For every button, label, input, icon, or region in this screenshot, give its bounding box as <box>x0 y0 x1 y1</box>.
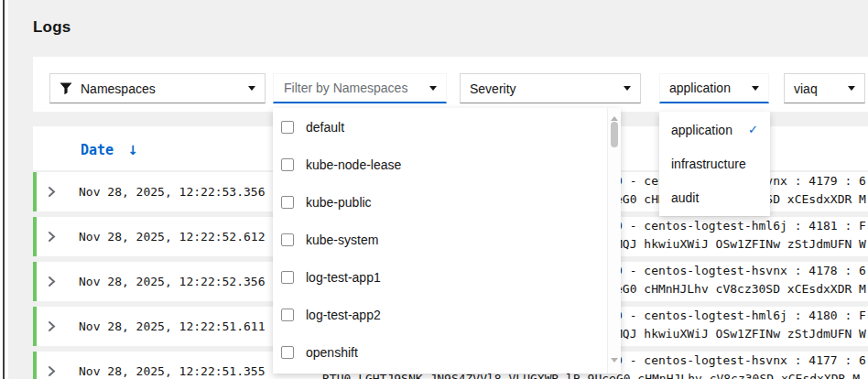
log-message-line: 0 - centos-logtest-hsvnx : 4178 : 6 <box>615 262 866 280</box>
namespace-option-label: log-test-app2 <box>306 308 381 322</box>
namespace-checkbox[interactable] <box>281 196 294 209</box>
log-timestamp: Nov 28, 2025, 12:22:51.355 <box>79 352 266 379</box>
log-message-line: 0 - centos-logtest-hml6j : 4181 : F <box>615 217 866 235</box>
filter-funnel-icon <box>60 82 72 95</box>
log-type-select-label: application <box>669 81 731 95</box>
chevron-down-icon <box>848 86 855 94</box>
dropdown-scrollbar[interactable] <box>607 108 621 374</box>
namespace-option-kube-system[interactable]: kube-system <box>273 221 621 258</box>
namespace-filter-combo[interactable] <box>273 73 447 103</box>
date-column-sort-button[interactable]: Date ↓ <box>81 142 138 158</box>
log-timestamp: Nov 28, 2025, 12:22:52.612 <box>79 217 266 256</box>
log-type-option-label: infrastructure <box>671 157 746 171</box>
namespace-checkbox[interactable] <box>281 346 294 359</box>
namespace-option-label: kube-public <box>306 195 372 210</box>
chevron-down-icon <box>248 86 255 94</box>
log-message-line: MQJ hkwiuXWiJ OSw1ZFINw zStJdmUFN W <box>615 235 866 254</box>
namespace-option-default[interactable]: default <box>273 108 621 146</box>
namespace-filter-toggle[interactable] <box>426 74 446 102</box>
log-message-line: 0 - centos-logtest-hsvnx : 4177 : 6 <box>615 352 866 370</box>
log-type-option-audit[interactable]: audit <box>659 180 770 214</box>
namespace-option-openshift[interactable]: openshift <box>273 333 621 371</box>
log-timestamp: Nov 28, 2025, 12:22:51.611 <box>79 307 266 346</box>
namespace-checkbox[interactable] <box>281 309 294 321</box>
sort-descending-icon: ↓ <box>127 143 138 157</box>
namespace-option-label: default <box>306 120 344 135</box>
selected-check-icon: ✓ <box>748 123 758 136</box>
log-message-line: MQJ hkwiuXWiJ OSw1ZFINw zStJdmUFN W <box>615 325 866 343</box>
log-message-line: 0 - centos-logtest-hml6j : 4180 : F <box>615 307 866 325</box>
date-column-label: Date <box>81 142 114 158</box>
log-type-dropdown: application ✓ infrastructure audit <box>659 112 770 216</box>
namespace-option-kube-node-lease[interactable]: kube-node-lease <box>273 146 621 183</box>
namespace-filter-input[interactable] <box>274 81 426 95</box>
log-timestamp: Nov 28, 2025, 12:22:52.356 <box>79 262 266 301</box>
namespaces-select-label: Namespaces <box>81 81 156 96</box>
expand-row-chevron-icon[interactable] <box>48 185 57 198</box>
namespace-option-log-test-app2[interactable]: log-test-app2 <box>273 296 621 333</box>
log-type-select[interactable]: application <box>659 73 769 103</box>
scrollbar-up-icon[interactable] <box>611 113 618 121</box>
namespace-checkbox[interactable] <box>281 158 294 171</box>
chevron-down-icon <box>429 86 437 94</box>
namespace-filter-dropdown: default kube-node-lease kube-public kube… <box>273 108 621 374</box>
log-timestamp: Nov 28, 2025, 12:22:53.356 <box>79 172 266 211</box>
scrollbar-down-icon[interactable] <box>611 358 618 366</box>
severity-select-label: Severity <box>470 81 516 96</box>
namespace-checkbox[interactable] <box>281 271 294 284</box>
page-title: Logs <box>33 18 71 37</box>
namespace-checkbox[interactable] <box>281 121 294 134</box>
scrollbar-thumb[interactable] <box>611 122 618 147</box>
log-type-option-label: application <box>671 123 732 137</box>
namespace-option-label: kube-node-lease <box>306 157 401 172</box>
expand-row-chevron-icon[interactable] <box>48 230 57 243</box>
chevron-down-icon <box>624 86 631 94</box>
namespace-checkbox[interactable] <box>281 233 294 246</box>
expand-row-chevron-icon[interactable] <box>48 275 57 287</box>
window-edge-line <box>3 0 5 379</box>
namespace-option-label: log-test-app1 <box>306 270 381 285</box>
chevron-down-icon <box>752 86 759 94</box>
schema-select[interactable]: viaq <box>784 73 865 103</box>
namespace-option-log-test-app1[interactable]: log-test-app1 <box>273 258 621 296</box>
namespace-option-kube-public[interactable]: kube-public <box>273 183 621 221</box>
logs-page: Logs Namespaces Severity application via… <box>0 0 868 379</box>
log-type-option-application[interactable]: application ✓ <box>659 113 770 146</box>
schema-select-label: viaq <box>794 81 818 96</box>
namespaces-attribute-select[interactable]: Namespaces <box>49 73 266 103</box>
expand-row-chevron-icon[interactable] <box>48 319 57 332</box>
log-type-option-infrastructure[interactable]: infrastructure <box>659 146 770 180</box>
severity-select[interactable]: Severity <box>460 73 641 103</box>
log-message-line: eG0 cHMnHJLhv cV8cz30SD xCEsdxXDR M <box>615 280 866 298</box>
log-type-option-label: audit <box>671 190 699 205</box>
namespace-option-label: openshift <box>306 345 358 360</box>
expand-row-chevron-icon[interactable] <box>48 364 57 377</box>
namespace-option-label: kube-system <box>306 233 378 247</box>
